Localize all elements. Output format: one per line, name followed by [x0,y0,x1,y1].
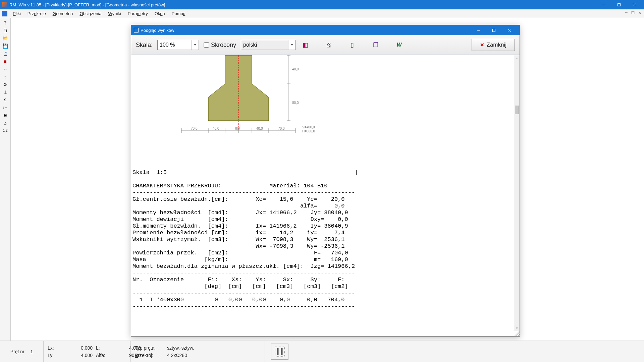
dim-b-3: 40,0 [256,127,263,130]
dim-b-2: 8|0 [235,127,240,130]
vertical-scrollbar[interactable]: ▴ ▾ [514,55,520,331]
alfa-label: Alfa: [96,352,117,359]
preview-toolbar: Skala: ▾ Skrócony ▾ ◧ 🖨 ▯ ❐ W ✕ [131,35,520,55]
preview-maximize[interactable] [486,25,501,35]
menu-pomoc[interactable]: Pomoc [168,10,189,17]
short-checkbox-wrap[interactable]: Skrócony [204,42,236,49]
svg-rect-24 [281,348,282,355]
przekroj-label: Przekrój: [135,352,164,359]
dim-b-4: 70,0 [278,127,285,130]
typ-value: sztyw.-sztyw. [167,344,194,352]
dim-overall-0: V=400,0 [302,125,315,129]
preview-window: Podgląd wyników Skala: ▾ Skrócony ▾ ◧ 🖨 [131,25,520,337]
language-combo[interactable]: ▾ [241,40,296,50]
copy-icon[interactable]: ❐ [371,40,380,50]
close-preview-button[interactable]: ✕ Zamknij [472,39,515,51]
tool-vert-icon[interactable]: ↕ [1,73,10,80]
mdi-close[interactable]: ✕ [637,10,643,15]
workarea: ? 🗋 📂 💾 🖨 ■ ↔ ↕ ⚙ ⊥ 9 ↕↔ ⊕ ⌂ 1:2 Podgląd… [0,18,644,341]
statusbar: Pręt nr: 1 Lx: 0,000 L: 4,000 Ly: 4,000 … [0,341,644,362]
menu-parametry[interactable]: Parametry [124,10,151,17]
chevron-down-icon[interactable]: ▾ [288,40,296,50]
preview-window-icon [134,28,139,33]
scroll-up-icon[interactable]: ▴ [514,55,520,61]
preview-title: Podgląd wyników [141,28,471,33]
tool-gear[interactable]: ⚙ [1,81,10,88]
preview-close[interactable] [501,25,517,35]
przekroj-value: 4 2xC280 [167,352,187,359]
dim-b-1: 40,0 [213,127,219,130]
printer-icon[interactable]: 🖨 [324,40,333,50]
section-thumbnail[interactable] [271,344,288,360]
dim-right-1: 80,0 [292,101,299,105]
tool-shape[interactable]: ⌂ [1,119,10,127]
tool-stop[interactable]: ■ [1,58,10,65]
tool-horiz-icon[interactable]: ↔ [1,65,10,73]
tool-new[interactable]: 🗋 [1,27,10,34]
preview-content: 40,0 80,0 70,0 [131,55,520,336]
tool-number[interactable]: 9 [1,96,10,104]
pret-label: Pręt nr: [10,349,26,354]
tool-help[interactable]: ? [1,19,10,26]
vertical-toolbar: ? 🗋 📂 💾 🖨 ■ ↔ ↕ ⚙ ⊥ 9 ↕↔ ⊕ ⌂ 1:2 [0,18,11,341]
language-input[interactable] [241,40,288,50]
short-checkbox[interactable] [204,42,209,48]
maximize-button[interactable] [611,0,627,9]
scale-input[interactable] [158,40,191,50]
scale-combo[interactable]: ▾ [157,40,199,50]
preview-minimize[interactable] [471,25,486,35]
menu-obciazenia[interactable]: Obciążenia [76,10,105,17]
close-button[interactable] [627,0,642,9]
lx-value: 0,000 [72,344,93,352]
status-pret: Pręt nr: 1 [0,341,44,362]
close-x-icon: ✕ [480,42,484,48]
tool-dimension[interactable]: ↕↔ [1,104,10,111]
page-icon[interactable]: ▯ [347,40,357,50]
svg-rect-5 [492,29,495,32]
mdi-restore[interactable]: ❐ [630,10,636,15]
tool-target[interactable]: ⊕ [1,112,10,119]
tool-print[interactable]: 🖨 [1,50,10,57]
menu-wyniki[interactable]: Wyniki [105,10,124,17]
scroll-down-icon[interactable]: ▾ [514,325,520,331]
tool-open[interactable]: 📂 [1,35,10,42]
preview-titlebar[interactable]: Podgląd wyników [131,25,520,35]
app-icon [2,2,7,7]
menu-pliki-label: liki [16,11,21,16]
mdi-doc-icon [2,11,7,16]
resize-grip[interactable] [514,331,520,336]
short-label: Skrócony [211,42,236,49]
status-type: Typ pręta: sztyw.-sztyw. Przekrój: 4 2xC… [131,341,265,362]
menu-geometria[interactable]: Geometria [49,10,76,17]
word-icon[interactable]: W [394,40,404,50]
svg-rect-1 [618,3,620,6]
dim-b-0: 70,0 [191,127,198,130]
typ-label: Typ pręta: [135,344,164,352]
eraser-icon[interactable]: ◧ [301,40,310,50]
svg-rect-23 [277,348,278,355]
mdi-window-controls: ━ ❐ ✕ [623,10,643,15]
menu-pliki[interactable]: Pliki [9,10,24,17]
tool-support[interactable]: ⊥ [1,88,10,96]
mdi-minimize[interactable]: ━ [623,10,629,15]
close-preview-label: Zamknij [486,42,506,48]
tool-save[interactable]: 💾 [1,42,10,50]
scroll-thumb[interactable] [515,106,519,114]
lx-label: Lx: [48,344,69,352]
ly-label: Ly: [48,352,69,359]
menu-przekroje[interactable]: Przekroje [24,10,49,17]
dim-right-0: 40,0 [292,67,299,71]
cross-section-drawing: 40,0 80,0 70,0 [131,55,514,156]
pret-value: 1 [31,349,33,354]
chevron-down-icon[interactable]: ▾ [191,40,199,50]
menubar: Pliki Przekroje Geometria Obciążenia Wyn… [0,9,644,18]
status-dims: Lx: 0,000 L: 4,000 Ly: 4,000 Alfa: 90,00 [44,341,131,362]
ly-value: 4,000 [72,352,93,359]
svg-rect-22 [275,347,284,356]
main-titlebar: RM_Win v.11.85 - [Przykłady]-[P_OFFER_mo… [0,0,644,9]
report-text: Skala 1:5 | CHARAKTERYSTYKA PRZEKROJU: M… [132,169,513,310]
l-label: L: [96,344,117,352]
menu-okna[interactable]: Okna [151,10,168,17]
tool-scale-1-2[interactable]: 1:2 [1,127,10,134]
minimize-button[interactable] [596,0,611,9]
